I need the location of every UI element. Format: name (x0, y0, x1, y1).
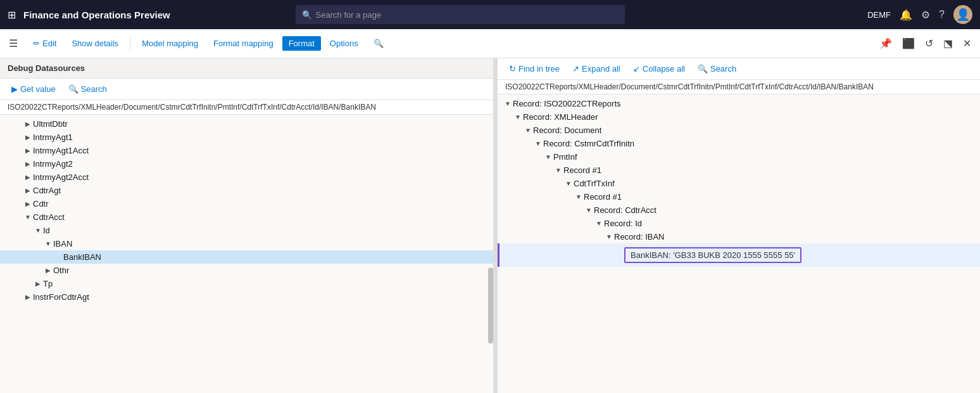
expand-icon: ▼ (543, 153, 553, 160)
rtree-item-cdtracct[interactable]: ▼ Record: CdtrAcct (498, 203, 980, 217)
expand-icon: ▼ (523, 127, 533, 134)
panel-header: Debug Datasources (0, 58, 493, 79)
tree-item-cdtragt[interactable]: ▶ CdtrAgt (0, 184, 493, 197)
topbar-right: DEMF 🔔 ⚙ ? 👤 (867, 5, 972, 24)
expand-icon: ▼ (574, 193, 584, 200)
rtree-item-record1-cdttrftx[interactable]: ▼ Record #1 (498, 190, 980, 203)
global-search[interactable]: 🔍 (296, 5, 625, 24)
edit-button[interactable]: ✏ Edit (27, 36, 63, 51)
rtree-item-bankiban-value[interactable]: BankIBAN: 'GB33 BUKB 2020 1555 5555 55' (498, 243, 980, 267)
expand-all-icon: ↗ (572, 64, 579, 74)
app-title: Finance and Operations Preview (23, 10, 170, 20)
right-tree[interactable]: ▼ Record: ISO20022CTReports ▼ Record: XM… (498, 94, 980, 393)
right-panel: ↻ Find in tree ↗ Expand all ↙ Collapse a… (498, 58, 980, 393)
collapse-icon: ▶ (23, 120, 33, 127)
left-search-button[interactable]: 🔍 Search (65, 82, 111, 96)
edit-icon: ✏ (33, 39, 40, 48)
rtree-item-iban[interactable]: ▼ Record: IBAN (498, 230, 980, 243)
user-name: DEMF (867, 10, 891, 20)
right-path-bar: ISO20022CTReports/XMLHeader/Document/Cst… (498, 80, 980, 94)
close-button[interactable]: ✕ (959, 35, 975, 52)
tree-item-intrmyagt2[interactable]: ▶ IntrmyAgt2 (0, 157, 493, 171)
tree-item-tp[interactable]: ▶ Tp (0, 277, 493, 290)
panel-actions: ▶ Get value 🔍 Search (0, 79, 493, 100)
right-search-button[interactable]: 🔍 Search (694, 62, 740, 75)
rtree-item-id[interactable]: ▼ Record: Id (498, 217, 980, 230)
rtree-item-cstmr[interactable]: ▼ Record: CstmrCdtTrfInitn (498, 137, 980, 150)
rtree-item-xmlheader[interactable]: ▼ Record: XMLHeader (498, 110, 980, 124)
right-panel-actions: ↻ Find in tree ↗ Expand all ↙ Collapse a… (498, 58, 980, 80)
avatar[interactable]: 👤 (953, 5, 972, 24)
get-value-button[interactable]: ▶ Get value (8, 82, 60, 96)
left-path-bar: ISO20022CTReports/XMLHeader/Document/Cst… (0, 100, 493, 115)
expand-icon: ▼ (513, 113, 523, 120)
collapse-icon: ▶ (23, 147, 33, 154)
right-search-icon: 🔍 (698, 64, 708, 74)
rtree-item-iso20022[interactable]: ▼ Record: ISO20022CTReports (498, 97, 980, 110)
tree-item-cdtr[interactable]: ▶ Cdtr (0, 197, 493, 210)
hamburger-menu[interactable]: ☰ (5, 35, 22, 52)
search-icon: 🔍 (302, 10, 312, 20)
tree-item-iban[interactable]: ▼ IBAN (0, 237, 493, 250)
help-icon[interactable]: ? (939, 9, 945, 20)
tree-item-id[interactable]: ▼ Id (0, 224, 493, 237)
notification-icon[interactable]: 🔔 (900, 9, 912, 21)
find-in-tree-button[interactable]: ↻ Find in tree (505, 62, 563, 75)
collapse-icon: ▶ (23, 174, 33, 181)
expand-icon: ▼ (503, 100, 513, 107)
collapse-all-icon: ↙ (633, 64, 640, 74)
collapse-all-button[interactable]: ↙ Collapse all (629, 62, 689, 75)
options-search-button[interactable]: 🔍 (367, 36, 390, 51)
expand-icon: ▼ (604, 233, 614, 240)
options-search-icon: 🔍 (374, 39, 384, 48)
expand-icon: ▼ (553, 167, 563, 174)
tree-item-bankiban[interactable]: BankIBAN (0, 250, 493, 264)
expand-all-button[interactable]: ↗ Expand all (569, 62, 624, 75)
collapse-icon: ▶ (23, 160, 33, 167)
scrollbar-thumb[interactable] (488, 267, 493, 344)
format-button[interactable]: Format (282, 36, 321, 51)
options-button[interactable]: Options (324, 36, 365, 51)
expand-icon: ▼ (43, 240, 53, 247)
left-tree[interactable]: ▶ UltmtDbtr ▶ IntrmyAgt1 ▶ IntrmyAgt1Acc… (0, 115, 493, 393)
collapse-icon: ▶ (23, 200, 33, 207)
model-mapping-button[interactable]: Model mapping (135, 36, 204, 51)
search-input[interactable] (316, 10, 619, 20)
bankiban-value-box: BankIBAN: 'GB33 BUKB 2020 1555 5555 55' (624, 247, 801, 263)
expand-icon: ▼ (33, 227, 43, 234)
collapse-icon: ▶ (23, 134, 33, 141)
secondary-toolbar: ☰ ✏ Edit Show details Model mapping Form… (0, 29, 980, 58)
collapse-icon: ▶ (23, 293, 33, 300)
expand-icon: ▼ (594, 220, 604, 227)
settings-icon[interactable]: ⚙ (921, 9, 930, 21)
tree-item-intrmyagt1acct[interactable]: ▶ IntrmyAgt1Acct (0, 144, 493, 157)
tree-item-intrmyagt1[interactable]: ▶ IntrmyAgt1 (0, 131, 493, 144)
rtree-item-record1-pmtinf[interactable]: ▼ Record #1 (498, 164, 980, 177)
tree-item-instrforcdtragt[interactable]: ▶ InstrForCdtrAgt (0, 290, 493, 304)
format-mapping-button[interactable]: Format mapping (207, 36, 280, 51)
popout-button[interactable]: ⬔ (939, 35, 957, 52)
tree-item-ultmtdbtr[interactable]: ▶ UltmtDbtr (0, 117, 493, 131)
pin-button[interactable]: 📌 (876, 35, 896, 52)
rtree-item-document[interactable]: ▼ Record: Document (498, 124, 980, 137)
split-button[interactable]: ⬛ (898, 35, 919, 52)
expand-icon: ▼ (563, 180, 574, 187)
expand-icon: ▼ (584, 207, 594, 214)
expand-icon: ▼ (533, 140, 543, 147)
tree-item-othr[interactable]: ▶ Othr (0, 264, 493, 277)
rtree-item-pmtinf[interactable]: ▼ PmtInf (498, 150, 980, 164)
collapse-icon: ▶ (43, 267, 53, 274)
collapse-icon: ▶ (23, 187, 33, 194)
tree-item-intrmyagt2acct[interactable]: ▶ IntrmyAgt2Acct (0, 171, 493, 184)
tree-item-cdtracct[interactable]: ▼ CdtrAcct (0, 210, 493, 224)
get-value-icon: ▶ (11, 84, 18, 94)
left-panel: Debug Datasources ▶ Get value 🔍 Search I… (0, 58, 494, 393)
topbar: ⊞ Finance and Operations Preview 🔍 DEMF … (0, 0, 980, 29)
left-search-icon: 🔍 (68, 84, 79, 94)
toolbar-right-actions: 📌 ⬛ ↺ ⬔ ✕ (876, 35, 975, 52)
grid-icon[interactable]: ⊞ (8, 9, 16, 21)
show-details-button[interactable]: Show details (65, 36, 125, 51)
refresh-button[interactable]: ↺ (921, 35, 937, 52)
find-in-tree-icon: ↻ (509, 64, 516, 74)
rtree-item-cdttrftxinf[interactable]: ▼ CdtTrfTxInf (498, 177, 980, 190)
